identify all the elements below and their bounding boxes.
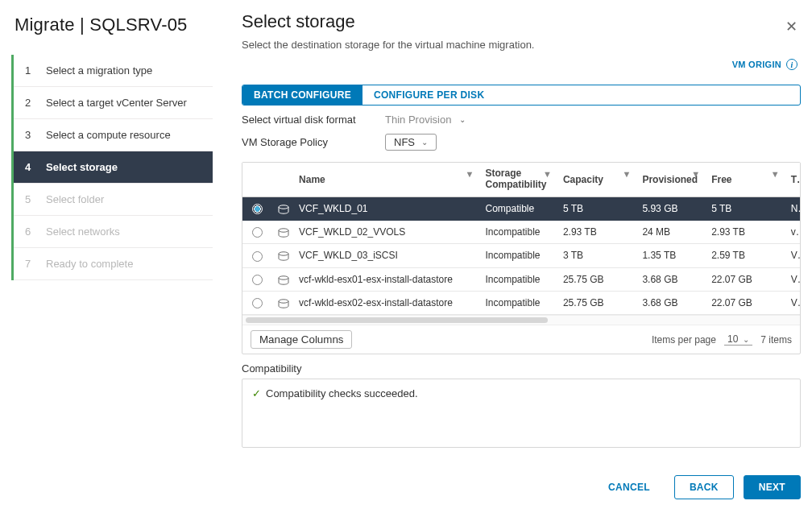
disk-format-label: Select virtual disk format: [242, 114, 362, 126]
datastore-icon: [278, 228, 289, 238]
wizard-title: Migrate | SQLSRV-05: [11, 11, 213, 48]
table-row[interactable]: VCF_WKLD_01Compatible5 TB5.93 GB5 TBN: [242, 197, 800, 220]
scrollbar-thumb[interactable]: [246, 317, 548, 323]
cell-name: vcf-wkld-esx01-esx-install-datastore: [292, 267, 478, 291]
col-compatibility[interactable]: StorageCompatibility▼: [478, 163, 556, 197]
wizard-step-1[interactable]: 1Select a migration type: [14, 55, 213, 87]
filter-icon[interactable]: ▼: [466, 169, 474, 179]
cell-free: 22.07 GB: [705, 267, 785, 291]
col-capacity[interactable]: Capacity▼: [557, 163, 636, 197]
wizard-steps: 1Select a migration type2Select a target…: [11, 55, 213, 280]
check-icon: ✓: [252, 387, 261, 399]
wizard-step-3[interactable]: 3Select a compute resource: [14, 119, 213, 151]
table-row[interactable]: VCF_WKLD_02_VVOLSIncompatible2.93 TB24 M…: [242, 220, 800, 243]
table-row[interactable]: vcf-wkld-esx02-esx-install-datastoreInco…: [242, 291, 800, 314]
vm-origin-link[interactable]: VM ORIGIN i: [732, 59, 798, 70]
step-number: 1: [25, 64, 35, 77]
col-truncated[interactable]: T: [785, 163, 800, 197]
step-label: Select a migration type: [46, 64, 152, 77]
cell-provisioned: 1.35 TB: [636, 244, 705, 267]
cell-name: vcf-wkld-esx02-esx-install-datastore: [292, 291, 478, 314]
cell-compat: Incompatible: [478, 244, 556, 267]
col-name[interactable]: Name▼: [292, 163, 478, 197]
cancel-button[interactable]: CANCEL: [594, 475, 665, 499]
storage-policy-label: VM Storage Policy: [242, 136, 362, 148]
cell-free: 22.07 GB: [705, 291, 785, 314]
datastore-icon: [278, 275, 289, 285]
step-number: 3: [25, 129, 35, 141]
table-row[interactable]: VCF_WKLD_03_iSCSIIncompatible3 TB1.35 TB…: [242, 244, 800, 267]
col-free[interactable]: Free▼: [705, 163, 785, 197]
horizontal-scrollbar[interactable]: [242, 315, 800, 325]
cell-free: 2.59 TB: [705, 244, 785, 267]
next-button[interactable]: NEXT: [744, 475, 801, 499]
cell-name: VCF_WKLD_02_VVOLS: [292, 220, 478, 243]
svg-point-2: [279, 252, 288, 255]
cell-name: VCF_WKLD_01: [292, 197, 478, 220]
cell-provisioned: 3.68 GB: [636, 291, 705, 314]
cell-capacity: 2.93 TB: [557, 220, 636, 243]
tab-configure-per-disk[interactable]: CONFIGURE PER DISK: [362, 85, 495, 105]
step-number: 2: [25, 97, 35, 109]
manage-columns-button[interactable]: Manage Columns: [251, 330, 352, 349]
cell-trunc: v: [785, 220, 800, 243]
svg-point-1: [279, 229, 288, 232]
filter-icon[interactable]: ▼: [691, 169, 700, 179]
datastore-icon: [278, 251, 289, 261]
filter-icon[interactable]: ▼: [623, 169, 632, 179]
cell-provisioned: 3.68 GB: [636, 267, 705, 291]
filter-icon[interactable]: ▼: [771, 169, 780, 179]
wizard-vm-name: SQLSRV-05: [89, 14, 187, 35]
datastore-icon: [278, 299, 289, 308]
step-label: Select networks: [46, 226, 120, 238]
row-radio[interactable]: [252, 227, 263, 238]
info-icon: i: [786, 59, 798, 70]
col-select: [242, 163, 271, 197]
wizard-step-7: 7Ready to complete: [14, 248, 213, 280]
main-panel: ✕ Select storage Select the destination …: [224, 0, 812, 509]
step-number: 7: [25, 258, 35, 270]
chevron-down-icon: ⌄: [459, 115, 466, 124]
cell-capacity: 5 TB: [557, 197, 636, 220]
wizard-step-2[interactable]: 2Select a target vCenter Server: [14, 87, 213, 119]
item-count: 7 items: [760, 334, 792, 346]
cell-compat: Incompatible: [478, 291, 556, 314]
svg-point-3: [279, 275, 288, 279]
row-radio[interactable]: [252, 275, 263, 285]
svg-point-0: [279, 205, 288, 208]
cell-free: 2.93 TB: [705, 220, 785, 243]
tab-batch-configure[interactable]: BATCH CONFIGURE: [242, 85, 362, 105]
datastore-icon: [278, 205, 289, 214]
row-radio[interactable]: [252, 298, 263, 308]
datastore-table: Name▼ StorageCompatibility▼ Capacity▼ Pr…: [242, 162, 801, 354]
wizard-sidebar: Migrate | SQLSRV-05 1Select a migration …: [0, 0, 224, 509]
wizard-step-6: 6Select networks: [14, 216, 213, 248]
row-radio[interactable]: [252, 251, 263, 262]
row-radio[interactable]: [252, 204, 263, 214]
disk-format-select[interactable]: Thin Provision ⌄: [385, 114, 466, 126]
table-row[interactable]: vcf-wkld-esx01-esx-install-datastoreInco…: [242, 267, 800, 291]
step-label: Select a target vCenter Server: [46, 97, 187, 109]
items-per-page-select[interactable]: 10⌄: [724, 333, 752, 346]
cell-name: VCF_WKLD_03_iSCSI: [292, 244, 478, 267]
chevron-down-icon: ⌄: [421, 138, 428, 147]
cell-provisioned: 5.93 GB: [636, 197, 705, 220]
wizard-footer: CANCEL BACK NEXT: [242, 462, 801, 499]
wizard-step-4[interactable]: 4Select storage: [14, 151, 213, 184]
storage-policy-select[interactable]: NFS ⌄: [385, 134, 437, 151]
items-per-page-label: Items per page: [652, 334, 716, 346]
cell-trunc: V: [785, 244, 800, 267]
cell-trunc: N: [785, 197, 800, 220]
filter-icon[interactable]: ▼: [543, 169, 552, 179]
col-provisioned[interactable]: Provisioned▼: [636, 163, 705, 197]
wizard-step-5: 5Select folder: [14, 184, 213, 216]
compatibility-panel: ✓Compatibility checks succeeded.: [242, 379, 801, 448]
cell-compat: Incompatible: [478, 267, 556, 291]
cell-capacity: 25.75 GB: [557, 291, 636, 314]
back-button[interactable]: BACK: [674, 475, 734, 499]
wizard-title-prefix: Migrate: [14, 14, 75, 35]
step-label: Select folder: [46, 193, 104, 205]
step-number: 5: [25, 193, 35, 205]
table-header-row: Name▼ StorageCompatibility▼ Capacity▼ Pr…: [242, 163, 800, 197]
close-icon[interactable]: ✕: [785, 18, 798, 35]
